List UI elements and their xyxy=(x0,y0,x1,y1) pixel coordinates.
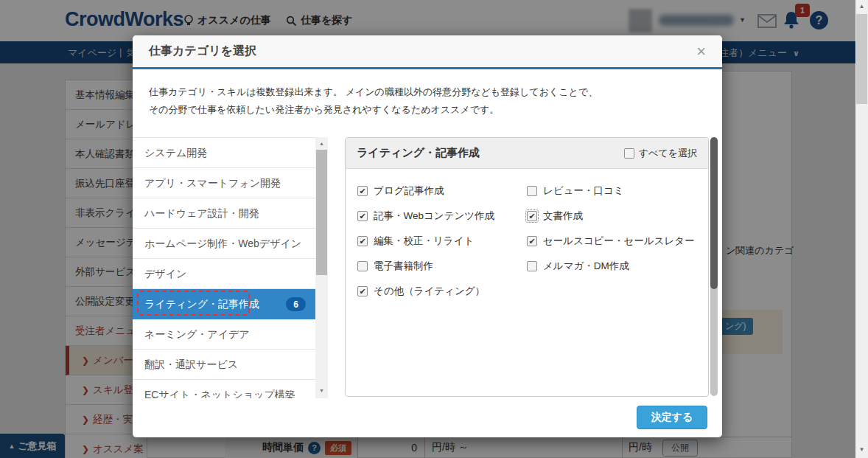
modal-description: 仕事カテゴリ・スキルは複数登録出来ます。 メインの職種以外の得意分野なども登録し… xyxy=(133,69,722,119)
submit-button[interactable]: 決定する xyxy=(637,406,707,429)
scroll-up-icon[interactable]: ▲ xyxy=(315,141,328,146)
option-blog-writing[interactable]: ブログ記事作成 xyxy=(357,178,527,204)
option-editing[interactable]: 編集・校正・リライト xyxy=(357,229,527,254)
category-item-hardware[interactable]: ハードウェア設計・開発 xyxy=(133,198,315,229)
subcategory-panel: ライティング・記事作成 すべてを選択 ブログ記事作成 レビュー・口コミ 記事・W… xyxy=(345,137,709,397)
modal-title: 仕事カテゴリを選択 xyxy=(149,44,256,59)
page-scrollbar[interactable]: ▲ ▼ xyxy=(855,0,868,458)
option-ebook[interactable]: 電子書籍制作 xyxy=(357,254,527,279)
category-item-design[interactable]: デザイン xyxy=(133,259,315,289)
scroll-up-icon[interactable]: ▲ xyxy=(855,3,868,10)
category-count-badge: 6 xyxy=(286,297,306,311)
category-item-system-dev[interactable]: システム開発 xyxy=(133,138,315,168)
checkbox-icon xyxy=(527,236,537,246)
option-other-writing[interactable]: その他（ライティング） xyxy=(357,279,527,304)
category-list-scrollbar[interactable]: ▲ ▼ xyxy=(315,137,328,398)
category-item-web-design[interactable]: ホームページ制作・Webデザイン xyxy=(133,229,315,259)
modal-header: 仕事カテゴリを選択 × xyxy=(133,35,722,69)
checkbox-icon xyxy=(357,286,368,296)
category-item-writing[interactable]: ライティング・記事作成 6 xyxy=(133,289,315,319)
subcategory-panel-title: ライティング・記事作成 xyxy=(357,146,480,160)
option-review[interactable]: レビュー・口コミ xyxy=(527,178,696,204)
option-document-writing[interactable]: 文書作成 xyxy=(527,204,696,229)
option-mailmag-dm[interactable]: メルマガ・DM作成 xyxy=(527,254,696,279)
category-list-scrollbar-thumb[interactable] xyxy=(316,150,327,275)
screen: CrowdWorks オススメの仕事 仕事を探す ▼ 1 ? マイページ | 気 xyxy=(0,0,868,458)
category-item-app-dev[interactable]: アプリ・スマートフォン開発 xyxy=(133,168,315,198)
checkbox-icon xyxy=(357,211,368,221)
checkbox-icon xyxy=(624,148,634,159)
category-select-modal: 仕事カテゴリを選択 × 仕事カテゴリ・スキルは複数登録出来ます。 メインの職種以… xyxy=(133,35,722,437)
select-all-checkbox[interactable]: すべてを選択 xyxy=(624,147,697,160)
checkbox-icon xyxy=(357,236,368,246)
checkbox-icon xyxy=(527,186,537,196)
modal-scrollbar-thumb[interactable] xyxy=(710,137,718,289)
option-sales-copy[interactable]: セールスコピー・セールスレター xyxy=(527,229,696,254)
scroll-down-icon[interactable]: ▼ xyxy=(855,446,868,453)
close-icon[interactable]: × xyxy=(696,44,706,60)
page-scrollbar-thumb[interactable] xyxy=(856,14,867,104)
subcategory-options-grid: ブログ記事作成 レビュー・口コミ 記事・Webコンテンツ作成 文書作成 編集・校… xyxy=(346,169,708,313)
scroll-down-icon[interactable]: ▼ xyxy=(315,388,328,393)
checkbox-icon xyxy=(357,186,368,196)
option-web-content[interactable]: 記事・Webコンテンツ作成 xyxy=(357,204,527,229)
category-list: システム開発 アプリ・スマートフォン開発 ハードウェア設計・開発 ホームページ制… xyxy=(133,137,315,398)
checkbox-icon xyxy=(527,211,537,221)
category-item-naming[interactable]: ネーミング・アイデア xyxy=(133,319,315,350)
category-item-ec-site[interactable]: ECサイト・ネットショップ構築 xyxy=(133,380,315,398)
subcategory-panel-header: ライティング・記事作成 すべてを選択 xyxy=(346,138,708,169)
checkbox-icon xyxy=(527,261,537,271)
checkbox-icon xyxy=(357,261,368,271)
category-item-translation[interactable]: 翻訳・通訳サービス xyxy=(133,350,315,380)
